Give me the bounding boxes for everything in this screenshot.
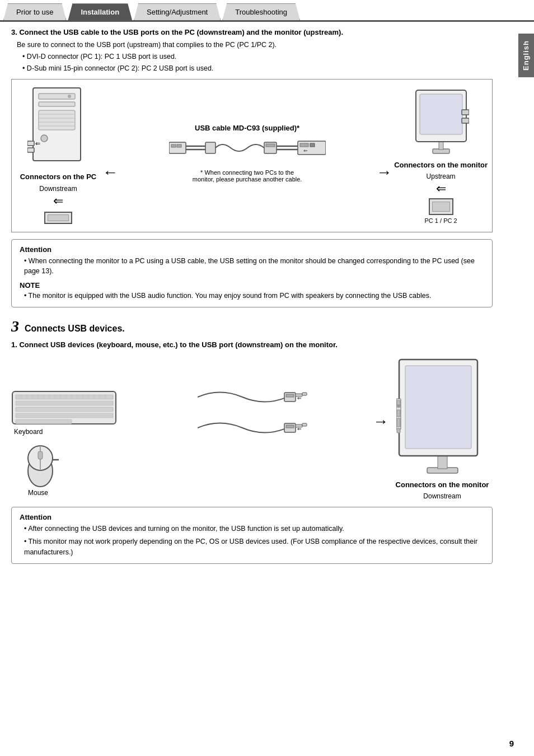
page-number: 9 xyxy=(509,739,514,748)
svg-text:⇐: ⇐ xyxy=(297,426,302,432)
svg-rect-20 xyxy=(266,144,275,147)
monitor-right-panel: Connectors on the monitor Downstream xyxy=(392,357,493,500)
tab-setting-adjustment[interactable]: Setting/Adjustment xyxy=(134,3,221,20)
svg-point-77 xyxy=(397,404,400,408)
svg-rect-10 xyxy=(27,141,34,146)
mouse-cable-svg: ⇐ xyxy=(198,416,310,441)
svg-text:⇐: ⇐ xyxy=(35,140,40,147)
svg-rect-24 xyxy=(300,143,308,147)
pc-connectors-label: Connectors on the PC xyxy=(20,172,97,182)
tab-troubleshooting[interactable]: Troubleshooting xyxy=(222,3,300,20)
monitor-connector-panel: Connectors on the monitor Upstream ⇐ PC … xyxy=(394,87,488,224)
svg-rect-72 xyxy=(438,455,447,469)
mouse-svg xyxy=(22,440,59,488)
svg-point-2 xyxy=(68,95,71,98)
svg-rect-31 xyxy=(462,110,469,115)
attention-note-text-1: • The monitor is equipped with the USB a… xyxy=(24,291,484,301)
attention-title-1: Attention xyxy=(20,245,484,254)
svg-rect-78 xyxy=(397,410,400,417)
svg-rect-13 xyxy=(169,142,186,153)
main-content: 3. Connect the USB cable to the USB port… xyxy=(0,22,515,576)
svg-text:⇐: ⇐ xyxy=(303,148,308,153)
cable-note: * When connecting two PCs to the monitor… xyxy=(193,162,302,183)
step3-heading: 3 Connects USB devices. xyxy=(11,318,493,335)
svg-rect-14 xyxy=(171,144,176,147)
cables-middle: ⇐ ⇐ xyxy=(134,385,373,441)
svg-point-9 xyxy=(41,135,48,142)
svg-rect-67 xyxy=(286,425,294,428)
devices-left: Keyboard Mouse xyxy=(11,390,134,497)
usb-cable-diagram: ⇐ Connectors on the PC Downstream ⇐ ← xyxy=(11,79,493,232)
usb-downstream-icon: ⇐ xyxy=(53,194,63,208)
svg-rect-62 xyxy=(286,394,294,397)
monitor2-connectors-label: Connectors on the monitor xyxy=(396,480,489,490)
svg-rect-35 xyxy=(16,401,113,405)
keyboard-label: Keyboard xyxy=(14,428,43,436)
attention-box-2: Attention • After connecting the USB dev… xyxy=(11,507,493,563)
note-title-1: NOTE xyxy=(20,281,484,290)
monitor-illustration xyxy=(413,87,469,160)
attention-box-1: Attention • When connecting the monitor … xyxy=(11,239,493,307)
downstream-label: Downstream xyxy=(39,185,77,193)
svg-text:⇐: ⇐ xyxy=(297,395,302,401)
keyboard-cable-svg: ⇐ xyxy=(198,385,310,410)
monitor2-downstream-label: Downstream xyxy=(423,492,461,500)
keyboard-svg xyxy=(11,390,118,427)
cable-center-panel: USB cable MD-C93 (supplied)* xyxy=(120,124,374,188)
svg-rect-18 xyxy=(205,142,216,153)
monitor2-svg xyxy=(396,357,489,480)
tab-installation[interactable]: Installation xyxy=(68,3,132,20)
usb-cable-subtext: Be sure to connect to the USB port (upst… xyxy=(17,40,493,50)
pc-usb-port xyxy=(44,212,72,224)
svg-rect-37 xyxy=(16,413,113,418)
monitor-connectors-label: Connectors on the monitor xyxy=(394,160,488,170)
svg-rect-36 xyxy=(16,407,113,412)
svg-rect-79 xyxy=(397,418,400,427)
mouse-label: Mouse xyxy=(28,489,48,497)
arrow-right: → xyxy=(376,164,392,181)
svg-rect-3 xyxy=(39,102,75,106)
svg-rect-32 xyxy=(462,118,469,123)
step3-number: 3 xyxy=(11,318,19,335)
usb-upstream-icon: ⇐ xyxy=(436,181,446,196)
svg-rect-15 xyxy=(177,144,181,147)
attention-title-2: Attention xyxy=(20,513,484,521)
svg-rect-65 xyxy=(302,393,307,395)
usb-cable-heading: 3. Connect the USB cable to the USB port… xyxy=(11,27,493,38)
svg-rect-34 xyxy=(16,395,113,399)
devices-arrow: → xyxy=(373,413,388,431)
pc-illustration: ⇐ xyxy=(27,85,89,172)
step3-sub-heading: 1. Connect USB devices (keyboard, mouse,… xyxy=(11,340,493,350)
svg-rect-38 xyxy=(16,419,72,424)
step3-heading-text: Connects USB devices. xyxy=(25,324,125,334)
attention-text-2b: • This monitor may not work properly dep… xyxy=(24,536,484,558)
pc1pc2-label: PC 1 / PC 2 xyxy=(425,217,457,224)
cable-label: USB cable MD-C93 (supplied)* xyxy=(195,124,299,132)
diagram-inner: ⇐ Connectors on the PC Downstream ⇐ ← xyxy=(16,85,488,226)
tab-prior-to-use[interactable]: Prior to use xyxy=(3,3,66,20)
svg-rect-30 xyxy=(420,94,462,134)
monitor-usb-port xyxy=(429,198,453,215)
arrow-left: ← xyxy=(102,164,118,181)
svg-rect-11 xyxy=(27,148,34,152)
cable-svg: ⇐ xyxy=(169,137,326,159)
bullet-dvid: • DVI-D connector (PC 1): PC 1 USB port … xyxy=(22,52,493,62)
bullet-dsub: • D-Sub mini 15-pin connector (PC 2): PC… xyxy=(22,63,493,74)
usb-devices-diagram: Keyboard Mouse xyxy=(11,357,493,500)
attention-text-1: • When connecting the monitor to a PC us… xyxy=(24,256,484,277)
sidebar-language-label: English xyxy=(518,34,534,77)
pc-connector-panel: ⇐ Connectors on the PC Downstream ⇐ xyxy=(16,85,100,226)
svg-rect-74 xyxy=(405,366,471,449)
svg-rect-59 xyxy=(38,451,43,459)
attention-text-2a: • After connecting the USB devices and t… xyxy=(24,524,484,534)
svg-rect-4 xyxy=(39,110,75,130)
svg-rect-70 xyxy=(302,423,307,426)
svg-rect-80 xyxy=(397,428,400,433)
navigation-tabs: Prior to use Installation Setting/Adjust… xyxy=(0,0,534,22)
svg-rect-25 xyxy=(310,143,315,147)
upstream-label: Upstream xyxy=(427,172,456,180)
